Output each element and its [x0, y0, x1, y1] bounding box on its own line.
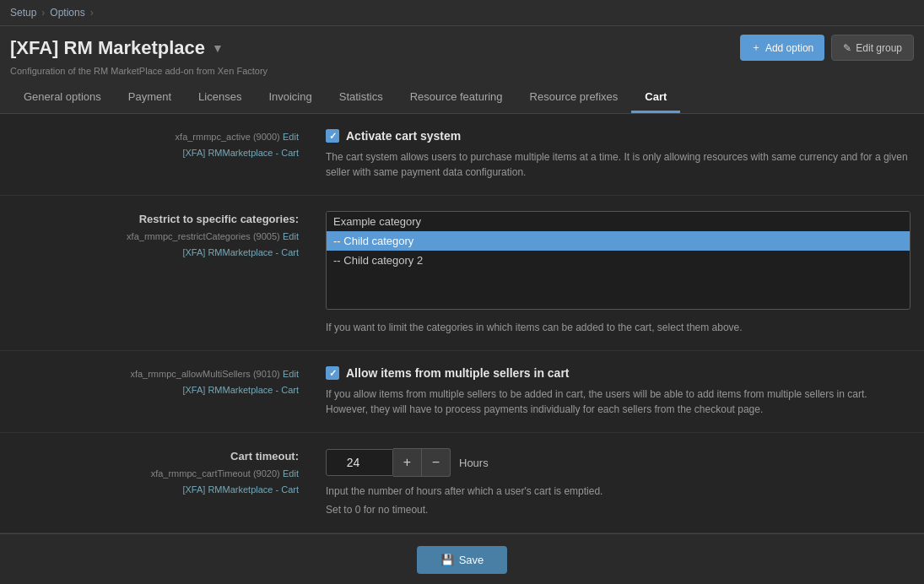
breadcrumb-options[interactable]: Options [50, 7, 84, 19]
allow-multi-sellers-checkbox[interactable] [326, 366, 339, 380]
restrict-categories-row: Restrict to specific categories: xfa_rmm… [0, 196, 924, 351]
allow-multi-sellers-meta: xfa_rmmpc_allowMultiSellers (9010) [130, 369, 279, 379]
restrict-categories-field-col: Example category -- Child category -- Ch… [312, 196, 924, 350]
allow-multi-sellers-checkbox-row: Allow items from multiple sellers in car… [326, 366, 910, 380]
activate-cart-checkbox[interactable] [326, 129, 339, 143]
save-bar: 💾 Save [0, 533, 924, 584]
restrict-categories-hint: If you want to limit the categories in w… [326, 320, 910, 335]
save-button[interactable]: 💾 Save [417, 546, 508, 574]
allow-multi-sellers-field-col: Allow items from multiple sellers in car… [312, 351, 924, 432]
restrict-categories-edit-link[interactable]: Edit [283, 231, 299, 241]
activate-cart-description: The cart system allows users to purchase… [326, 149, 910, 180]
cart-timeout-decrement[interactable]: − [422, 448, 451, 477]
activate-cart-source-link[interactable]: [XFA] RMMarketplace - Cart [182, 148, 299, 158]
page-header: [XFA] RM Marketplace ▼ ＋ Add option ✎ Ed… [0, 26, 924, 114]
tab-invoicing[interactable]: Invoicing [255, 83, 325, 113]
activate-cart-edit-link[interactable]: Edit [283, 132, 299, 142]
cart-timeout-input[interactable] [326, 449, 393, 476]
edit-icon: ✎ [843, 42, 851, 54]
header-buttons: ＋ Add option ✎ Edit group [740, 35, 914, 61]
cart-timeout-description: Input the number of hours after which a … [326, 484, 910, 499]
breadcrumb-sep-1: › [41, 7, 45, 19]
cart-timeout-description2: Set to 0 for no timeout. [326, 502, 910, 517]
cart-timeout-unit: Hours [459, 457, 489, 469]
cart-timeout-meta: xfa_rmmpc_cartTimeout (9020) [151, 468, 280, 479]
breadcrumb: Setup › Options › [0, 0, 924, 26]
activate-cart-row: xfa_rmmpc_active (9000) Edit [XFA] RMMar… [0, 114, 924, 196]
category-option-example[interactable]: Example category [327, 212, 910, 231]
activate-cart-meta: xfa_rmmpc_active (9000) [176, 132, 280, 142]
activate-cart-checkbox-row: Activate cart system [326, 129, 910, 143]
category-option-child2[interactable]: -- Child category 2 [327, 251, 910, 270]
edit-group-button[interactable]: ✎ Edit group [831, 35, 914, 61]
allow-multi-sellers-checkbox-label: Allow items from multiple sellers in car… [346, 366, 570, 380]
allow-multi-sellers-label-col: xfa_rmmpc_allowMultiSellers (9010) Edit … [0, 351, 312, 432]
activate-cart-checkbox-label: Activate cart system [346, 129, 461, 143]
allow-multi-sellers-row: xfa_rmmpc_allowMultiSellers (9010) Edit … [0, 351, 924, 433]
tab-resource-prefixes[interactable]: Resource prefixes [516, 83, 632, 113]
activate-cart-field-col: Activate cart system The cart system all… [312, 114, 924, 195]
cart-timeout-label: Cart timeout: [230, 450, 299, 462]
plus-icon: ＋ [751, 41, 761, 55]
tab-bar: General options Payment Licenses Invoici… [10, 83, 914, 113]
cart-timeout-edit-link[interactable]: Edit [283, 468, 299, 479]
tab-cart[interactable]: Cart [631, 83, 680, 113]
page-subtitle: Configuration of the RM MarketPlace add-… [10, 66, 914, 76]
breadcrumb-sep-2: › [90, 7, 94, 19]
restrict-categories-label-col: Restrict to specific categories: xfa_rmm… [0, 196, 312, 350]
cart-timeout-source-link[interactable]: [XFA] RMMarketplace - Cart [182, 484, 299, 495]
settings-content: xfa_rmmpc_active (9000) Edit [XFA] RMMar… [0, 114, 924, 533]
cart-timeout-label-col: Cart timeout: xfa_rmmpc_cartTimeout (902… [0, 433, 312, 533]
cart-timeout-row: Cart timeout: xfa_rmmpc_cartTimeout (902… [0, 433, 924, 533]
add-option-button[interactable]: ＋ Add option [740, 35, 824, 61]
cart-timeout-increment[interactable]: + [393, 448, 422, 477]
tab-resource-featuring[interactable]: Resource featuring [397, 83, 516, 113]
breadcrumb-setup[interactable]: Setup [10, 7, 36, 19]
activate-cart-label-col: xfa_rmmpc_active (9000) Edit [XFA] RMMar… [0, 114, 312, 195]
allow-multi-sellers-description: If you allow items from multiple sellers… [326, 387, 910, 417]
cart-timeout-input-row: + − Hours [326, 448, 910, 477]
tab-licenses[interactable]: Licenses [185, 83, 255, 113]
restrict-categories-source-link[interactable]: [XFA] RMMarketplace - Cart [182, 247, 299, 257]
allow-multi-sellers-source-link[interactable]: [XFA] RMMarketplace - Cart [182, 385, 299, 395]
tab-statistics[interactable]: Statistics [326, 83, 397, 113]
allow-multi-sellers-edit-link[interactable]: Edit [283, 369, 299, 379]
category-select[interactable]: Example category -- Child category -- Ch… [326, 211, 910, 310]
category-option-child1[interactable]: -- Child category [327, 231, 910, 251]
page-title: [XFA] RM Marketplace ▼ [10, 37, 224, 59]
restrict-categories-label: Restrict to specific categories: [139, 213, 299, 225]
tab-general[interactable]: General options [10, 83, 115, 113]
title-dropdown-icon[interactable]: ▼ [212, 41, 224, 55]
restrict-categories-meta: xfa_rmmpc_restrictCategories (9005) [127, 231, 280, 241]
tab-payment[interactable]: Payment [115, 83, 185, 113]
cart-timeout-field-col: + − Hours Input the number of hours afte… [312, 433, 924, 533]
save-icon: 💾 [440, 554, 454, 566]
